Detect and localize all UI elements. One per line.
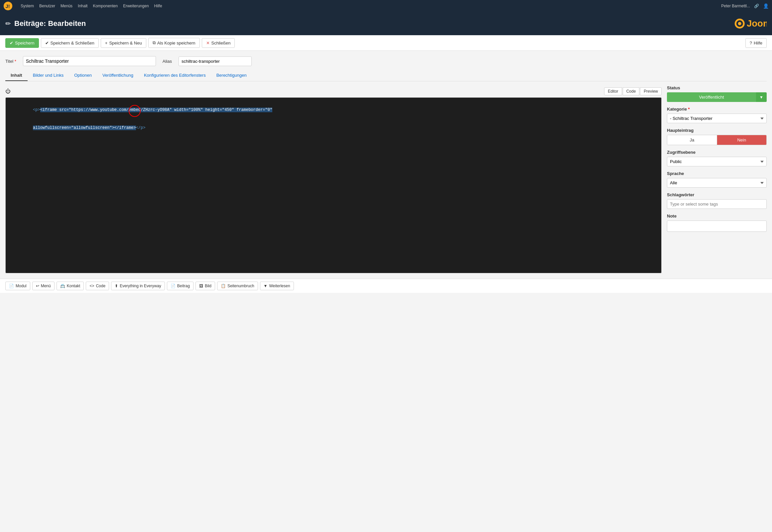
weiterlesen-label: Weiterlesen bbox=[269, 284, 290, 288]
kategorie-required: * bbox=[688, 107, 690, 112]
zugriffsebene-select[interactable]: Public bbox=[667, 157, 767, 166]
editor-power-button[interactable]: ⏻ bbox=[5, 88, 11, 94]
kategorie-select[interactable]: - Schiltrac Transporter bbox=[667, 114, 767, 123]
kontakt-button[interactable]: 📇 Kontakt bbox=[56, 282, 84, 290]
joomla-logo-nav: J! bbox=[3, 1, 13, 11]
menu-button[interactable]: ↩ Menü bbox=[32, 282, 54, 290]
tab-bilder[interactable]: Bilder und Links bbox=[28, 70, 69, 81]
code-label: Code bbox=[96, 284, 105, 288]
tab-inhalt[interactable]: Inhalt bbox=[5, 70, 28, 81]
svg-point-4 bbox=[738, 22, 741, 25]
menu-icon: ↩ bbox=[36, 284, 39, 288]
title-area: ✏ Beiträge: Bearbeiten bbox=[5, 19, 86, 28]
seitenumbruch-button[interactable]: 📋 Seitenumbruch bbox=[217, 282, 258, 290]
title-required: * bbox=[15, 59, 16, 64]
close-label: Schließen bbox=[212, 41, 231, 45]
navbar-right: Peter Barmettl... 🔗 👤 bbox=[721, 3, 769, 9]
schlagwoerter-section: Schlagwörter bbox=[667, 192, 767, 209]
page-title: Beiträge: Bearbeiten bbox=[14, 19, 86, 28]
weiterlesen-button[interactable]: ▼ Weiterlesen bbox=[260, 282, 294, 290]
joomla-logo-header: Joomla! bbox=[733, 15, 767, 32]
save-new-button[interactable]: + Speichern & Neu bbox=[101, 38, 146, 48]
note-label: Note bbox=[667, 214, 767, 219]
ja-button[interactable]: Ja bbox=[667, 135, 717, 145]
status-caret-button[interactable]: ▼ bbox=[756, 92, 767, 102]
everything-label: Everything in Everyway bbox=[120, 284, 161, 288]
nein-button[interactable]: Nein bbox=[717, 135, 767, 145]
header-bar: ✏ Beiträge: Bearbeiten Joomla! bbox=[0, 12, 772, 35]
save-close-label: Speichern & Schließen bbox=[50, 41, 94, 45]
code-btn[interactable]: Code bbox=[623, 87, 640, 95]
nav-benutzer[interactable]: Benutzer bbox=[39, 4, 55, 8]
status-dropdown: Veröffentlicht ▼ bbox=[667, 92, 767, 102]
haupteintrag-toggle: Ja Nein bbox=[667, 135, 767, 145]
upload-icon: ⬆ bbox=[115, 284, 118, 288]
weiterlesen-icon: ▼ bbox=[264, 284, 268, 288]
editor-section: ⏻ Editor Code Preview <p><iframe src="ht… bbox=[5, 85, 767, 273]
sprache-section: Sprache Alle bbox=[667, 171, 767, 188]
menu-label: Menü bbox=[41, 284, 51, 288]
code-button[interactable]: <> Code bbox=[86, 282, 109, 290]
pencil-icon: ✏ bbox=[5, 20, 11, 28]
note-section: Note bbox=[667, 214, 767, 232]
title-row: Titel * Alias bbox=[5, 56, 767, 66]
nav-erweiterungen[interactable]: Erweiterungen bbox=[123, 4, 148, 8]
seitenumbruch-label: Seitenumbruch bbox=[228, 284, 254, 288]
beitrag-button[interactable]: 📄 Beitrag bbox=[167, 282, 194, 290]
status-label: Status bbox=[667, 85, 767, 90]
user-link[interactable]: Peter Barmettl... bbox=[721, 4, 750, 8]
haupteintrag-section: Haupteintrag Ja Nein bbox=[667, 128, 767, 145]
editor-main: ⏻ Editor Code Preview <p><iframe src="ht… bbox=[5, 85, 662, 273]
plus-icon: + bbox=[105, 41, 108, 45]
nav-system[interactable]: System bbox=[21, 4, 34, 8]
code-icon: <> bbox=[89, 284, 94, 288]
status-main-button[interactable]: Veröffentlicht bbox=[667, 92, 756, 102]
save-copy-label: Als Kopie speichern bbox=[157, 41, 196, 45]
nav-menus[interactable]: Menüs bbox=[60, 4, 72, 8]
preview-btn[interactable]: Preview bbox=[640, 87, 662, 95]
save-button[interactable]: ✔ Speichern bbox=[5, 38, 39, 48]
editor-btn[interactable]: Editor bbox=[604, 87, 622, 95]
seitenumbruch-icon: 📋 bbox=[221, 284, 226, 288]
everything-button[interactable]: ⬆ Everything in Everyway bbox=[111, 282, 165, 290]
bild-icon: 🖼 bbox=[199, 284, 203, 288]
nav-inhalt[interactable]: Inhalt bbox=[78, 4, 87, 8]
external-link-icon: 🔗 bbox=[754, 4, 759, 8]
save-close-button[interactable]: ✔ Speichern & Schließen bbox=[41, 38, 99, 48]
help-icon: ? bbox=[750, 41, 752, 45]
close-button[interactable]: ✕ Schließen bbox=[202, 38, 235, 48]
save-copy-button[interactable]: ⧉ Als Kopie speichern bbox=[148, 38, 200, 48]
note-input[interactable] bbox=[667, 221, 767, 232]
modul-label: Modul bbox=[16, 284, 27, 288]
modul-button[interactable]: 📄 Modul bbox=[5, 282, 30, 290]
toolbar: ✔ Speichern ✔ Speichern & Schließen + Sp… bbox=[0, 35, 772, 51]
kontakt-icon: 📇 bbox=[60, 284, 65, 288]
editor-view-btns: Editor Code Preview bbox=[604, 87, 662, 95]
save-icon: ✔ bbox=[10, 41, 13, 45]
modul-icon: 📄 bbox=[9, 284, 14, 288]
help-button[interactable]: ? Hilfe bbox=[745, 38, 767, 48]
save-new-label: Speichern & Neu bbox=[109, 41, 142, 45]
nav-hilfe[interactable]: Hilfe bbox=[154, 4, 162, 8]
alias-label: Alias bbox=[162, 59, 172, 64]
zugriffsebene-section: Zugriffsebene Public bbox=[667, 150, 767, 166]
sprache-select[interactable]: Alle bbox=[667, 178, 767, 188]
svg-text:J!: J! bbox=[6, 3, 10, 9]
nav-komponenten[interactable]: Komponenten bbox=[93, 4, 118, 8]
editor-code-area[interactable]: <p><iframe src="https://www.youtube.com/… bbox=[5, 97, 662, 273]
bottom-toolbar: 📄 Modul ↩ Menü 📇 Kontakt <> Code ⬆ Every… bbox=[0, 279, 772, 293]
svg-text:Joomla!: Joomla! bbox=[747, 18, 767, 29]
tags-input[interactable] bbox=[667, 199, 767, 209]
user-icon[interactable]: 👤 bbox=[763, 3, 769, 9]
bild-button[interactable]: 🖼 Bild bbox=[196, 282, 215, 290]
editor-toolbar-top: ⏻ Editor Code Preview bbox=[5, 85, 662, 97]
tab-berechtigungen[interactable]: Berechtigungen bbox=[211, 70, 252, 81]
beitrag-label: Beitrag bbox=[177, 284, 190, 288]
title-label: Titel * bbox=[5, 59, 16, 64]
alias-input[interactable] bbox=[178, 56, 252, 66]
tab-optionen[interactable]: Optionen bbox=[69, 70, 97, 81]
bild-label: Bild bbox=[205, 284, 212, 288]
tab-veroeff[interactable]: Veröffentlichung bbox=[97, 70, 139, 81]
tab-konfigurieren[interactable]: Konfigurieren des Editorfensters bbox=[139, 70, 211, 81]
title-input[interactable] bbox=[23, 56, 156, 66]
